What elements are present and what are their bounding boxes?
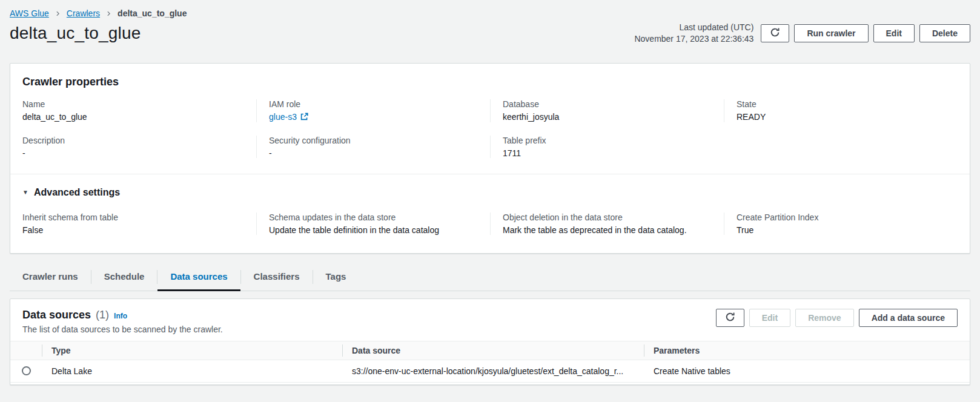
crawler-properties-card: Crawler properties Name delta_uc_to_glue… [10, 63, 970, 254]
field-label: IAM role [269, 99, 478, 109]
field-inherit-schema: Inherit schema from table False [22, 213, 256, 235]
cell-parameters: Create Native tables [644, 360, 970, 382]
state-value: READY [737, 112, 945, 122]
crawler-properties-title: Crawler properties [22, 76, 958, 88]
field-partition-index: Create Partition Index True [724, 213, 958, 235]
refresh-icon [770, 27, 780, 39]
data-sources-card: Data sources (1) Info The list of data s… [10, 298, 970, 385]
iam-role-link[interactable]: glue-s3 [269, 112, 297, 122]
field-label: Description [22, 136, 244, 145]
tab-crawler-runs[interactable]: Crawler runs [10, 263, 91, 291]
last-updated-value: November 17, 2023 at 22:36:43 [634, 33, 753, 45]
field-label: Object deletion in the data store [503, 213, 712, 222]
remove-source-button[interactable]: Remove [795, 309, 853, 327]
section-divider [10, 174, 970, 174]
breadcrumb-link-aws-glue[interactable]: AWS Glue [10, 8, 49, 18]
field-security-configuration: Security configuration - [256, 136, 490, 158]
refresh-icon [725, 312, 735, 324]
field-name: Name delta_uc_to_glue [22, 99, 256, 122]
advanced-settings-row: Inherit schema from table False Schema u… [22, 213, 958, 235]
field-value: True [737, 225, 945, 235]
data-sources-header: Data sources (1) Info The list of data s… [10, 299, 970, 334]
run-crawler-button[interactable]: Run crawler [794, 24, 868, 42]
tab-schedule[interactable]: Schedule [91, 263, 157, 291]
field-label: Database [503, 99, 712, 109]
aws-glue-crawler-page: AWS Glue Crawlers delta_uc_to_glue delta… [0, 0, 980, 385]
field-label: Table prefix [503, 136, 712, 145]
caret-down-icon: ▼ [22, 189, 28, 196]
field-iam-role: IAM role glue-s3 [256, 99, 490, 122]
column-header-data-source: Data source [342, 341, 644, 360]
field-value: Mark the table as deprecated in the data… [503, 225, 712, 235]
data-sources-description: The list of data sources to be scanned b… [22, 325, 223, 334]
page-header: delta_uc_to_glue Last updated (UTC) Nove… [0, 21, 980, 52]
properties-row-1: Name delta_uc_to_glue IAM role glue-s3 D… [22, 99, 958, 122]
advanced-settings-label: Advanced settings [34, 187, 120, 198]
field-database: Database keerthi_josyula [490, 99, 724, 122]
field-value: False [22, 225, 244, 235]
field-value: - [22, 148, 244, 158]
data-sources-count: (1) [96, 309, 109, 321]
refresh-sources-button[interactable] [716, 309, 744, 327]
tab-classifiers[interactable]: Classifiers [241, 263, 313, 291]
properties-row-2: Description - Security configuration - T… [22, 136, 958, 158]
data-sources-table: Type Data source Parameters Delta Lake s… [10, 341, 970, 383]
tab-tags[interactable]: Tags [313, 263, 359, 291]
field-label: Security configuration [269, 136, 478, 145]
column-header-type: Type [42, 341, 342, 360]
field-value: - [269, 148, 478, 158]
field-value: Update the table definition in the data … [269, 225, 478, 235]
table-header-row: Type Data source Parameters [10, 341, 970, 360]
breadcrumb-link-crawlers[interactable]: Crawlers [67, 8, 100, 18]
tab-bar: Crawler runs Schedule Data sources Class… [10, 263, 970, 291]
field-label: Create Partition Index [737, 213, 945, 222]
edit-source-button[interactable]: Edit [749, 309, 790, 327]
row-select-radio[interactable] [22, 366, 31, 375]
field-value: 1711 [503, 148, 712, 158]
field-state: State READY [724, 99, 958, 122]
field-schema-updates: Schema updates in the data store Update … [256, 213, 490, 235]
field-value: delta_uc_to_glue [22, 112, 244, 122]
external-link-icon [300, 113, 308, 122]
field-empty [724, 136, 958, 158]
column-header-parameters: Parameters [644, 341, 970, 360]
last-updated-label: Last updated (UTC) [634, 22, 753, 33]
field-label: Name [22, 99, 244, 109]
select-column-header [10, 341, 42, 360]
tab-data-sources[interactable]: Data sources [157, 263, 240, 291]
field-label: Schema updates in the data store [269, 213, 478, 222]
data-sources-title: Data sources [22, 309, 91, 321]
cell-type: Delta Lake [42, 360, 342, 382]
breadcrumb-current: delta_uc_to_glue [118, 8, 187, 18]
field-label: State [737, 99, 945, 109]
field-object-deletion: Object deletion in the data store Mark t… [490, 213, 724, 235]
chevron-right-icon [106, 10, 111, 17]
breadcrumb: AWS Glue Crawlers delta_uc_to_glue [0, 0, 980, 21]
chevron-right-icon [55, 10, 61, 17]
edit-button[interactable]: Edit [873, 24, 915, 42]
add-data-source-button[interactable]: Add a data source [859, 309, 958, 327]
info-link[interactable]: Info [114, 312, 127, 320]
field-table-prefix: Table prefix 1711 [490, 136, 724, 158]
advanced-settings-toggle[interactable]: ▼ Advanced settings [22, 187, 120, 198]
header-actions: Last updated (UTC) November 17, 2023 at … [634, 22, 970, 45]
field-label: Inherit schema from table [22, 213, 244, 222]
delete-button[interactable]: Delete [919, 24, 970, 42]
page-title: delta_uc_to_glue [10, 24, 141, 43]
refresh-button[interactable] [761, 24, 789, 42]
field-value: keerthi_josyula [503, 112, 712, 122]
table-row: Delta Lake s3://one-env-uc-external-loca… [10, 360, 970, 382]
cell-data-source: s3://one-env-uc-external-location/kjosyu… [342, 360, 644, 382]
last-updated: Last updated (UTC) November 17, 2023 at … [634, 22, 753, 45]
data-sources-actions: Edit Remove Add a data source [716, 309, 958, 327]
field-description: Description - [22, 136, 256, 158]
